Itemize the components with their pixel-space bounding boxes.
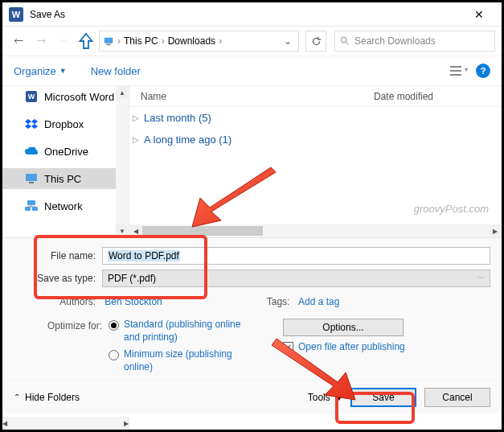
address-bar-row: 🡐 🡒 ﹀ › This PC › Downloads › ⌄ Search D… (2, 27, 502, 56)
col-date[interactable]: Date modified (374, 91, 433, 102)
chevron-right-icon: ▷ (133, 113, 139, 122)
radio-standard[interactable]: Standard (publishing online and printing… (109, 319, 244, 344)
radio-minimum[interactable]: Minimum size (publishing online) (109, 348, 244, 373)
column-headers[interactable]: Name Date modified (129, 86, 502, 107)
cancel-button[interactable]: Cancel (424, 388, 490, 407)
word-icon: W (25, 90, 38, 103)
chevron-down-icon: ﹀ (477, 274, 485, 284)
radio-icon (109, 350, 119, 360)
col-name[interactable]: Name (141, 91, 374, 102)
optimize-label: Optimize for: (14, 319, 109, 373)
pc-icon (25, 172, 38, 185)
help-button[interactable]: ? (476, 64, 490, 78)
search-icon (340, 36, 350, 46)
filename-input[interactable]: Word to PDF.pdf (102, 247, 490, 265)
forward-button: 🡒 (31, 31, 51, 51)
svg-rect-10 (25, 207, 31, 211)
nav-sidebar: W Microsoft Word Dropbox OneDrive This P… (2, 86, 129, 237)
group-last-month[interactable]: ▷ Last month (5) (129, 107, 502, 129)
chevron-right-icon: › (116, 35, 122, 47)
word-app-icon: W (9, 7, 23, 22)
titlebar: W Save As ✕ (2, 2, 502, 27)
savetype-dropdown[interactable]: PDF (*.pdf) ﹀ (102, 269, 490, 287)
scroll-left-icon[interactable]: ◀ (129, 224, 142, 237)
refresh-icon (311, 36, 322, 47)
chevron-down-icon[interactable]: ⌄ (281, 35, 295, 47)
sidebar-item-network[interactable]: Network (2, 195, 129, 216)
breadcrumb[interactable]: › This PC › Downloads › ⌄ (99, 31, 299, 51)
filename-label: File name: (14, 250, 102, 261)
sidebar-item-word[interactable]: W Microsoft Word (2, 86, 129, 107)
watermark: groovyPost.com (414, 203, 489, 215)
sidebar-scrollbar[interactable]: ▲ ▼ (116, 86, 129, 237)
organize-menu[interactable]: Organize ▼ (14, 65, 67, 77)
chevron-down-icon: ▼ (59, 67, 67, 75)
dropbox-icon (25, 117, 38, 130)
content-hscrollbar[interactable]: ◀ ▶ (129, 224, 502, 237)
save-button[interactable]: Save (350, 388, 416, 407)
svg-rect-6 (450, 74, 461, 76)
recent-locations-button[interactable]: ﹀ (54, 31, 73, 51)
svg-line-3 (346, 43, 349, 45)
checkbox-icon: ✓ (283, 342, 293, 352)
tags-value[interactable]: Add a tag (298, 296, 339, 307)
sidebar-item-onedrive[interactable]: OneDrive (2, 141, 129, 162)
scroll-left-icon[interactable]: ◀ (2, 417, 7, 430)
up-button[interactable] (76, 31, 96, 51)
window-title: Save As (30, 9, 463, 20)
scroll-up-icon[interactable]: ▲ (116, 86, 129, 99)
options-button[interactable]: Options... (283, 319, 404, 336)
crumb-downloads[interactable]: Downloads (168, 35, 215, 47)
hide-folders-button[interactable]: ⌃ Hide Folders (14, 392, 80, 403)
network-icon (25, 200, 38, 212)
sidebar-item-dropbox[interactable]: Dropbox (2, 113, 129, 134)
save-as-dialog: W Save As ✕ 🡐 🡒 ﹀ › This PC › Downloads … (0, 0, 504, 432)
scroll-down-icon[interactable]: ▼ (116, 224, 129, 237)
pc-icon (103, 35, 114, 47)
svg-rect-1 (106, 44, 110, 46)
close-icon[interactable]: ✕ (463, 8, 495, 21)
scroll-thumb[interactable] (142, 226, 263, 236)
savetype-label: Save as type: (14, 273, 102, 284)
radio-icon (109, 320, 119, 331)
search-placeholder: Search Downloads (354, 35, 436, 47)
sidebar-hscrollbar[interactable]: ◀ ▶ (2, 417, 129, 430)
file-list: Name Date modified ▷ Last month (5) ▷ A … (129, 86, 502, 237)
toolbar: Organize ▼ New folder ? (2, 56, 502, 86)
authors-label: Authors: (14, 296, 102, 307)
sidebar-item-thispc[interactable]: This PC (2, 168, 129, 189)
tools-menu[interactable]: Tools ▼ (308, 392, 342, 403)
onedrive-icon (25, 145, 38, 158)
crumb-thispc[interactable]: This PC (124, 35, 158, 47)
svg-rect-7 (26, 174, 37, 181)
svg-rect-9 (27, 200, 35, 205)
svg-rect-8 (29, 182, 34, 183)
svg-rect-4 (450, 66, 461, 68)
chevron-right-icon: › (217, 35, 223, 47)
dialog-footer: ⌃ Hide Folders Tools ▼ Save Cancel (2, 380, 502, 413)
view-options-button[interactable] (450, 65, 468, 76)
up-arrow-icon (76, 31, 96, 51)
tags-label: Tags: (267, 296, 297, 307)
scroll-right-icon[interactable]: ▶ (489, 224, 502, 237)
chevron-down-icon: ▼ (333, 395, 342, 402)
search-input[interactable]: Search Downloads (334, 31, 495, 51)
authors-value[interactable]: Ben Stockton (104, 296, 162, 307)
svg-rect-11 (32, 207, 38, 211)
svg-rect-5 (450, 70, 461, 72)
scroll-right-icon[interactable]: ▶ (124, 417, 129, 430)
back-button[interactable]: 🡐 (9, 31, 28, 51)
save-options-panel: File name: Word to PDF.pdf Save as type:… (2, 237, 502, 380)
svg-point-2 (341, 37, 346, 43)
group-long-ago[interactable]: ▷ A long time ago (1) (129, 129, 502, 150)
svg-rect-0 (104, 38, 113, 43)
chevron-right-icon: › (160, 35, 166, 47)
file-browser: W Microsoft Word Dropbox OneDrive This P… (2, 86, 502, 237)
refresh-button[interactable] (305, 31, 326, 51)
new-folder-button[interactable]: New folder (91, 65, 141, 77)
open-after-checkbox[interactable]: ✓ Open file after publishing (283, 341, 405, 352)
chevron-right-icon: ▷ (133, 135, 139, 144)
chevron-up-icon: ⌃ (14, 393, 20, 401)
